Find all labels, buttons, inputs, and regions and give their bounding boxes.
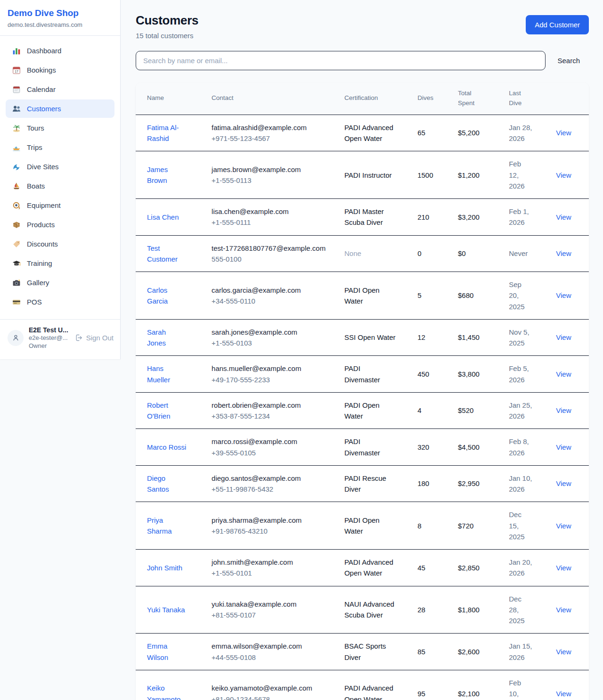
sidebar-item-equipment[interactable]: Equipment: [6, 196, 114, 214]
customer-dives: 65: [412, 115, 452, 151]
customer-dives: 95: [412, 670, 452, 700]
customer-last-dive: Jan 28, 2026: [503, 115, 550, 151]
customer-total-spent: $2,100: [452, 670, 503, 700]
customer-total-spent: $3,200: [452, 199, 503, 236]
customer-certification: NAUI Advanced Scuba Diver: [339, 586, 412, 634]
table-header: NameContactCertificationDivesTotal Spent…: [136, 82, 589, 115]
sidebar-item-dashboard[interactable]: Dashboard: [6, 41, 114, 60]
customer-email: fatima.alrashid@example.com: [212, 122, 333, 133]
customer-certification: PADI Open Water: [339, 502, 412, 550]
sidebar-item-tours[interactable]: Tours: [6, 119, 114, 137]
customer-name-link[interactable]: Hans Mueller: [147, 363, 187, 385]
customer-dives: 210: [412, 199, 452, 236]
search-button[interactable]: Search: [548, 52, 589, 69]
customers-icon: [12, 104, 21, 113]
customer-name-link[interactable]: James Brown: [147, 164, 187, 186]
view-link[interactable]: View: [556, 171, 571, 179]
view-link[interactable]: View: [556, 479, 571, 487]
customer-email: yuki.tanaka@example.com: [212, 599, 333, 609]
sign-out-button[interactable]: Sign Out: [75, 334, 114, 342]
column-header-total-spent: Total Spent: [452, 82, 503, 115]
view-link[interactable]: View: [556, 249, 571, 257]
view-link[interactable]: View: [556, 522, 571, 530]
customer-phone: +1-555-0103: [212, 338, 333, 348]
view-link[interactable]: View: [556, 129, 571, 137]
customer-total-spent: $2,950: [452, 465, 503, 502]
customer-certification: BSAC Sports Diver: [339, 634, 412, 670]
view-link[interactable]: View: [556, 291, 571, 299]
customer-email: diego.santos@example.com: [212, 473, 333, 484]
sidebar-item-products[interactable]: Products: [6, 215, 114, 234]
customer-total-spent: $1,200: [452, 151, 503, 199]
sidebar-item-label: Dashboard: [27, 47, 61, 55]
sidebar-item-label: Trips: [27, 143, 42, 151]
user-name: E2E Test U...: [29, 326, 70, 334]
sidebar-item-customers[interactable]: Customers: [6, 99, 114, 118]
column-header-last-dive: Last Dive: [503, 82, 550, 115]
customer-name-link[interactable]: Fatima Al-Rashid: [147, 122, 187, 144]
view-link[interactable]: View: [556, 333, 571, 341]
main-content: Customers 15 total customers Add Custome…: [121, 0, 603, 700]
customer-name-link[interactable]: Priya Sharma: [147, 515, 187, 537]
customer-last-dive: Feb 12, 2026: [503, 151, 550, 199]
customer-email: keiko.yamamoto@example.com: [212, 683, 333, 693]
customer-email: marco.rossi@example.com: [212, 436, 333, 447]
view-link[interactable]: View: [556, 648, 571, 656]
view-link[interactable]: View: [556, 370, 571, 378]
customer-phone: +55-11-99876-5432: [212, 484, 333, 494]
customer-name-link[interactable]: Emma Wilson: [147, 641, 187, 663]
brand-name: Demo Dive Shop: [8, 8, 113, 18]
tag-icon: [12, 239, 21, 248]
search-input[interactable]: [136, 51, 546, 70]
view-link[interactable]: View: [556, 564, 571, 572]
sidebar-item-boats[interactable]: Boats: [6, 177, 114, 195]
customer-phone: +34-555-0110: [212, 296, 333, 306]
table-row: Hans Mueller hans.mueller@example.com +4…: [136, 356, 589, 393]
view-link[interactable]: View: [556, 406, 571, 414]
customer-name-link[interactable]: Diego Santos: [147, 473, 187, 495]
view-link[interactable]: View: [556, 213, 571, 221]
view-link[interactable]: View: [556, 443, 571, 451]
customer-name-link[interactable]: Test Customer: [147, 243, 187, 265]
customer-last-dive: Feb 10, 2026: [503, 670, 550, 700]
customer-last-dive: Nov 5, 2025: [503, 319, 550, 356]
customer-name-link[interactable]: Lisa Chen: [147, 212, 179, 222]
customer-last-dive: Jan 15, 2026: [503, 634, 550, 670]
customer-dives: 1500: [412, 151, 452, 199]
customer-name-link[interactable]: Carlos Garcia: [147, 285, 187, 307]
bookings-calendar-icon: 17: [12, 66, 21, 74]
customer-email: hans.mueller@example.com: [212, 363, 333, 374]
add-customer-button[interactable]: Add Customer: [526, 15, 589, 34]
customer-name-link[interactable]: John Smith: [147, 562, 182, 573]
sidebar-item-gallery[interactable]: Gallery: [6, 273, 114, 292]
customer-phone: +1-555-0113: [212, 175, 333, 186]
sidebar-item-label: Boats: [27, 182, 45, 190]
view-link[interactable]: View: [556, 606, 571, 614]
table-row: Marco Rossi marco.rossi@example.com +39-…: [136, 429, 589, 466]
sidebar-item-training[interactable]: Training: [6, 254, 114, 272]
customer-dives: 12: [412, 319, 452, 356]
view-link[interactable]: View: [556, 690, 571, 698]
search-bar: Search: [136, 51, 589, 70]
customer-name-link[interactable]: Marco Rossi: [147, 442, 186, 453]
customer-email: emma.wilson@example.com: [212, 641, 333, 651]
customer-last-dive: Never: [503, 235, 550, 272]
customer-dives: 0: [412, 235, 452, 272]
customer-total-spent: $2,850: [452, 550, 503, 586]
customer-dives: 180: [412, 465, 452, 502]
sidebar-item-dive-sites[interactable]: Dive Sites: [6, 157, 114, 176]
sidebar-item-calendar[interactable]: Calendar: [6, 80, 114, 99]
customer-email: priya.sharma@example.com: [212, 515, 333, 526]
customer-name-link[interactable]: Sarah Jones: [147, 327, 187, 349]
calendar-icon: [12, 85, 21, 94]
sidebar-item-bookings[interactable]: 17 Bookings: [6, 61, 114, 79]
customer-name-link[interactable]: Yuki Tanaka: [147, 604, 185, 615]
customer-name-link[interactable]: Keiko Yamamoto: [147, 683, 187, 700]
page-header: Customers 15 total customers Add Custome…: [136, 13, 589, 40]
graduation-cap-icon: [12, 259, 21, 268]
sidebar-item-discounts[interactable]: Discounts: [6, 235, 114, 253]
sidebar-item-pos[interactable]: POS: [6, 293, 114, 311]
customer-name-link[interactable]: Robert O'Brien: [147, 400, 187, 422]
sidebar-item-trips[interactable]: Trips: [6, 138, 114, 156]
table-row: Sarah Jones sarah.jones@example.com +1-5…: [136, 319, 589, 356]
